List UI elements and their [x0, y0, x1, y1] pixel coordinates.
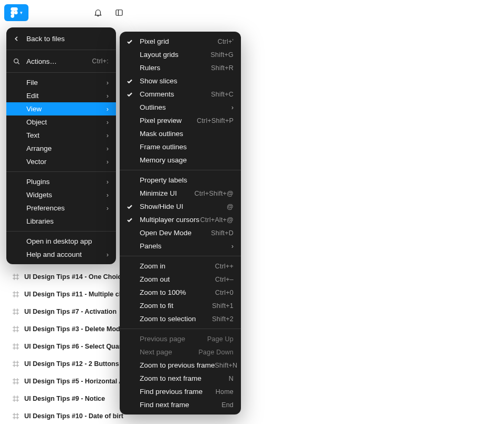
menu-label: Zoom to previous frame — [140, 361, 215, 369]
menu-item-actions[interactable]: Actions… Ctrl+: — [6, 53, 116, 69]
menu-item-zoom-next-frame[interactable]: Zoom to next frameN — [120, 372, 241, 385]
menu-item-multiplayer-cursors[interactable]: Multiplayer cursorsCtrl+Alt+@ — [120, 213, 241, 226]
menu-label: Property labels — [140, 176, 234, 184]
menu-label: Mask outlines — [140, 130, 234, 138]
menu-item-find-next-frame[interactable]: Find next frameEnd — [120, 398, 241, 411]
layer-row[interactable]: UI Design Tips #10 - Date of birt — [13, 407, 132, 424]
menu-item-panels[interactable]: Panels› — [120, 239, 241, 253]
layer-row[interactable]: UI Design Tips #14 - One Choice — [13, 268, 132, 285]
layer-label: UI Design Tips #5 - Horizontal A — [24, 378, 123, 385]
shortcut-label: Ctrl+: — [92, 57, 109, 65]
menu-label: Show slices — [140, 77, 234, 85]
menu-item-back-to-files[interactable]: Back to files — [6, 31, 116, 46]
shortcut-label: Ctrl+– — [215, 276, 234, 283]
layer-row[interactable]: UI Design Tips #7 - Activation — [13, 303, 132, 320]
menu-label: Zoom to 100% — [140, 288, 215, 296]
shortcut-label: Page Up — [207, 335, 234, 343]
menu-label: View — [26, 105, 106, 113]
menu-label: Find next frame — [140, 401, 221, 409]
menu-label: Edit — [26, 92, 106, 100]
menu-item-previous-page: Previous pagePage Up — [120, 332, 241, 345]
menu-item-zoom-fit[interactable]: Zoom to fitShift+1 — [120, 299, 241, 312]
bell-icon — [93, 8, 103, 17]
menu-item-pixel-grid[interactable]: Pixel gridCtrl+' — [120, 35, 241, 48]
menu-item-file[interactable]: File› — [6, 76, 116, 89]
shortcut-label: Shift+G — [211, 51, 234, 59]
shortcut-label: Ctrl+0 — [215, 289, 234, 296]
menu-item-show-slices[interactable]: Show slices — [120, 74, 241, 88]
menu-item-help[interactable]: Help and account› — [6, 248, 116, 261]
menu-label: Multiplayer cursors — [140, 216, 200, 224]
chevron-right-icon: › — [106, 105, 109, 113]
menu-item-view[interactable]: View› — [6, 102, 116, 115]
layer-row[interactable]: UI Design Tips #6 - Select Quan — [13, 338, 132, 355]
menu-label: Zoom to next frame — [140, 374, 229, 382]
chevron-right-icon: › — [106, 158, 109, 166]
menu-item-outlines[interactable]: Outlines› — [120, 101, 241, 114]
menu-label: Widgets — [26, 191, 106, 199]
menu-item-arrange[interactable]: Arrange› — [6, 142, 116, 155]
layer-row[interactable]: UI Design Tips #3 - Delete Moda — [13, 320, 132, 338]
menu-label: File — [26, 79, 106, 86]
layer-label: UI Design Tips #12 - 2 Buttons — [24, 360, 119, 368]
notifications-button[interactable] — [90, 4, 106, 21]
chevron-down-icon: ▾ — [20, 10, 23, 15]
menu-item-text[interactable]: Text› — [6, 129, 116, 142]
menu-item-libraries[interactable]: Libraries — [6, 215, 116, 228]
shortcut-label: @ — [227, 203, 234, 210]
figma-icon — [11, 7, 18, 18]
frame-icon — [13, 326, 19, 332]
menu-item-pixel-preview[interactable]: Pixel previewCtrl+Shift+P — [120, 114, 241, 127]
menu-item-show-hide-ui[interactable]: Show/Hide UI@ — [120, 200, 241, 213]
chevron-right-icon: › — [106, 178, 109, 186]
menu-label: Preferences — [26, 204, 106, 212]
menu-label: Pixel preview — [140, 117, 197, 124]
menu-item-find-previous-frame[interactable]: Find previous frameHome — [120, 385, 241, 398]
menu-item-object[interactable]: Object› — [6, 115, 116, 129]
layer-row[interactable]: UI Design Tips #11 - Multiple ch — [13, 285, 132, 303]
menu-item-zoom-out[interactable]: Zoom outCtrl+– — [120, 273, 241, 286]
menu-item-widgets[interactable]: Widgets› — [6, 188, 116, 201]
menu-item-mask-outlines[interactable]: Mask outlines — [120, 127, 241, 140]
check-icon — [126, 203, 133, 210]
menu-item-zoom-in[interactable]: Zoom inCtrl++ — [120, 259, 241, 273]
menu-item-plugins[interactable]: Plugins› — [6, 175, 116, 188]
frame-icon — [13, 361, 19, 367]
menu-item-open-desktop[interactable]: Open in desktop app — [6, 235, 116, 248]
shortcut-label: Shift+D — [211, 229, 234, 237]
menu-label: Open Dev Mode — [140, 229, 211, 237]
menu-item-layout-grids[interactable]: Layout gridsShift+G — [120, 48, 241, 61]
menu-item-vector[interactable]: Vector› — [6, 155, 116, 168]
menu-item-frame-outlines[interactable]: Frame outlines — [120, 140, 241, 153]
menu-item-preferences[interactable]: Preferences› — [6, 201, 116, 215]
panel-toggle-button[interactable] — [111, 4, 128, 21]
shortcut-label: Ctrl+Shift+@ — [195, 190, 234, 197]
chevron-right-icon: › — [106, 119, 109, 126]
menu-label: Back to files — [26, 35, 109, 43]
svg-point-0 — [14, 11, 18, 15]
view-submenu: Pixel gridCtrl+'Layout gridsShift+GRuler… — [120, 32, 241, 415]
menu-item-property-labels[interactable]: Property labels — [120, 174, 241, 187]
main-menu-button[interactable]: ▾ — [4, 4, 28, 21]
menu-item-open-dev-mode[interactable]: Open Dev ModeShift+D — [120, 226, 241, 239]
frame-icon — [13, 343, 19, 350]
menu-label: Zoom to fit — [140, 302, 212, 310]
shortcut-label: End — [221, 401, 234, 409]
layer-row[interactable]: UI Design Tips #5 - Horizontal A — [13, 372, 132, 390]
shortcut-label: Shift+C — [211, 91, 234, 98]
menu-label: Panels — [140, 242, 231, 250]
menu-item-minimize-ui[interactable]: Minimize UICtrl+Shift+@ — [120, 187, 241, 200]
layer-row[interactable]: UI Design Tips #9 - Notice — [13, 390, 132, 407]
shortcut-label: Shift+1 — [212, 302, 234, 310]
menu-label: Frame outlines — [140, 143, 234, 151]
menu-item-zoom-previous-frame[interactable]: Zoom to previous frameShift+N — [120, 359, 241, 372]
layer-row[interactable]: UI Design Tips #12 - 2 Buttons — [13, 355, 132, 372]
menu-item-memory-usage[interactable]: Memory usage — [120, 153, 241, 167]
menu-label: Find previous frame — [140, 388, 216, 396]
menu-item-zoom-selection[interactable]: Zoom to selectionShift+2 — [120, 312, 241, 325]
menu-item-edit[interactable]: Edit› — [6, 89, 116, 102]
menu-item-rulers[interactable]: RulersShift+R — [120, 61, 241, 74]
check-icon — [126, 216, 133, 224]
menu-item-zoom-100[interactable]: Zoom to 100%Ctrl+0 — [120, 286, 241, 299]
menu-item-comments[interactable]: CommentsShift+C — [120, 88, 241, 101]
